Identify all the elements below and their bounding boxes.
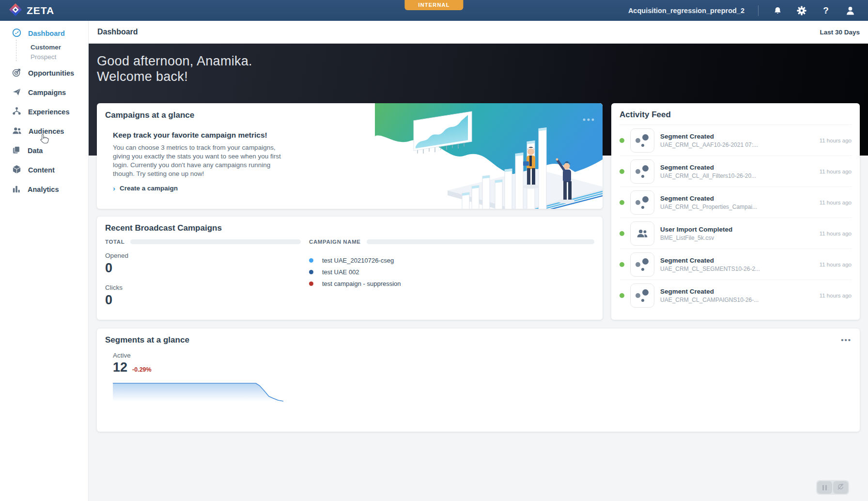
campaign-list: test UAE_20210726-cseg test UAE 002 test…	[309, 254, 594, 289]
campaigns-glance-heading: Keep track your favorite campaign metric…	[113, 131, 294, 140]
total-column-bar	[130, 239, 301, 244]
campaign-list-item[interactable]: test campaign - suppression	[309, 278, 594, 289]
clicks-value: 0	[105, 293, 301, 308]
sidebar-item-campaigns[interactable]: Campaigns	[0, 83, 88, 102]
campaigns-glance-body: You can choose 3 metrics to track from y…	[113, 143, 288, 178]
campaign-dot	[309, 270, 313, 274]
total-column-label: TOTAL	[105, 239, 124, 245]
campaign-list-item[interactable]: test UAE_20210726-cseg	[309, 254, 594, 266]
sidebar-item-label: Experiences	[28, 108, 69, 116]
sidebar-subitem-label: Customer	[31, 44, 61, 51]
activity-timestamp: 11 hours ago	[820, 169, 852, 174]
sidebar-item-label: Audiences	[29, 127, 64, 135]
sidebar-subitem-prospect[interactable]: Prospect	[0, 52, 88, 62]
activity-item[interactable]: User Import Completed BME_ListFile_5k.cs…	[620, 218, 852, 249]
active-label: Active	[113, 352, 852, 359]
segment-icon	[630, 159, 654, 184]
zeta-logo-icon	[9, 3, 22, 18]
zeta-logo[interactable]: ZETA	[9, 3, 54, 18]
bell-icon[interactable]	[772, 5, 783, 16]
user-import-icon	[630, 221, 654, 246]
sidebar-subitem-label: Prospect	[31, 53, 56, 61]
campaign-dot	[309, 282, 313, 286]
status-dot-green	[620, 293, 624, 298]
page-title: Dashboard	[97, 28, 138, 36]
campaign-name-column-label: CAMPAIGN NAME	[309, 239, 361, 245]
sidebar-item-label: Opportunities	[28, 69, 74, 77]
internal-badge: INTERNAL	[404, 0, 463, 10]
user-avatar-icon[interactable]	[845, 5, 855, 16]
activity-item[interactable]: Segment Created UAE_CRM_CL_All_Filters10…	[620, 156, 852, 187]
segments-glance-card: Segments at a glance ••• Active 12 -0.29…	[97, 329, 860, 432]
recent-broadcast-title: Recent Broadcast Campaigns	[105, 223, 594, 233]
nav-divider	[758, 5, 759, 16]
people-icon	[12, 126, 22, 137]
segment-icon	[630, 190, 654, 215]
sidebar: Dashboard Customer Prospect Opportunitie…	[0, 21, 89, 501]
sidebar-item-label: Campaigns	[28, 89, 66, 96]
ellipsis-menu-icon[interactable]: •••	[841, 338, 852, 343]
refresh-off-button[interactable]	[833, 481, 848, 494]
gear-icon[interactable]	[796, 5, 807, 16]
activity-item[interactable]: Segment Created UAE_CRM_CL_CAMPAIGNS10-2…	[620, 280, 852, 311]
sidebar-subitem-customer[interactable]: Customer	[0, 42, 88, 52]
opened-value: 0	[105, 261, 301, 276]
status-dot-green	[620, 262, 624, 267]
campaign-dot	[309, 258, 313, 263]
feed-controls	[816, 480, 849, 495]
activity-timestamp: 11 hours ago	[820, 200, 852, 205]
activity-feed-title: Activity Feed	[620, 103, 852, 125]
activity-item[interactable]: Segment Created UAE_CRM_CL_Properties_Ca…	[620, 187, 852, 218]
sidebar-item-content[interactable]: Content	[0, 160, 88, 180]
segment-icon	[630, 128, 654, 153]
sidebar-item-data[interactable]: Data	[0, 141, 88, 160]
segments-glance-title: Segments at a glance	[105, 335, 189, 345]
campaign-illustration	[375, 103, 603, 209]
create-campaign-link[interactable]: › Create a campaign	[113, 185, 294, 192]
subnav-rail	[16, 40, 16, 61]
sidebar-item-label: Analytics	[28, 186, 59, 193]
recent-broadcast-card: Recent Broadcast Campaigns TOTAL Opened …	[97, 217, 603, 320]
campaign-name-column-bar	[367, 239, 594, 244]
account-name[interactable]: Acquisition_regression_preprod_2	[628, 7, 744, 15]
status-dot-green	[620, 138, 624, 143]
activity-item[interactable]: Segment Created UAE_CRM_CL_SEGMENTS10-26…	[620, 249, 852, 280]
activity-timestamp: 11 hours ago	[820, 138, 852, 143]
status-dot-green	[620, 231, 624, 236]
status-dot-green	[620, 200, 624, 205]
top-navbar: ZETA INTERNAL Acquisition_regression_pre…	[0, 0, 868, 21]
help-icon[interactable]: ?	[821, 5, 831, 16]
target-icon	[12, 68, 21, 78]
activity-timestamp: 11 hours ago	[820, 293, 852, 298]
greeting-text: Good afternoon, Anamika. Welcome back!	[97, 53, 860, 84]
clicks-label: Clicks	[105, 284, 301, 291]
campaign-list-item[interactable]: test UAE 002	[309, 266, 594, 278]
chevron-right-icon: ›	[113, 185, 115, 192]
delta-badge: -0.29%	[132, 366, 152, 373]
activity-item[interactable]: Segment Created UAE_CRM_CL_AAF10-26-2021…	[620, 125, 852, 156]
segments-sparkline	[113, 382, 852, 408]
bar-chart-icon	[12, 185, 21, 195]
sidebar-item-label: Content	[28, 166, 55, 174]
segment-icon	[630, 283, 654, 308]
pages-icon	[12, 145, 21, 156]
sidebar-item-audiences[interactable]: Audiences	[0, 122, 88, 141]
sidebar-item-analytics[interactable]: Analytics	[0, 180, 88, 199]
pause-button[interactable]	[817, 481, 832, 494]
dashboard-content: Good afternoon, Anamika. Welcome back! C…	[89, 44, 868, 501]
flow-icon	[12, 107, 21, 117]
cube-icon	[12, 165, 21, 175]
sidebar-item-experiences[interactable]: Experiences	[0, 102, 88, 122]
paper-plane-icon	[12, 87, 21, 98]
pause-icon	[822, 485, 827, 490]
dashboard-gauge-icon	[12, 28, 21, 39]
date-range-selector[interactable]: Last 30 Days	[820, 29, 860, 36]
sidebar-item-dashboard[interactable]: Dashboard	[0, 25, 88, 42]
segment-icon	[630, 252, 654, 277]
status-dot-green	[620, 169, 624, 174]
activity-feed-card: Activity Feed Segment Created UAE_CRM_CL…	[611, 103, 860, 320]
sidebar-item-label: Data	[28, 147, 43, 155]
sidebar-item-opportunities[interactable]: Opportunities	[0, 63, 88, 83]
sidebar-item-label: Dashboard	[28, 30, 65, 37]
activity-timestamp: 11 hours ago	[820, 231, 852, 236]
